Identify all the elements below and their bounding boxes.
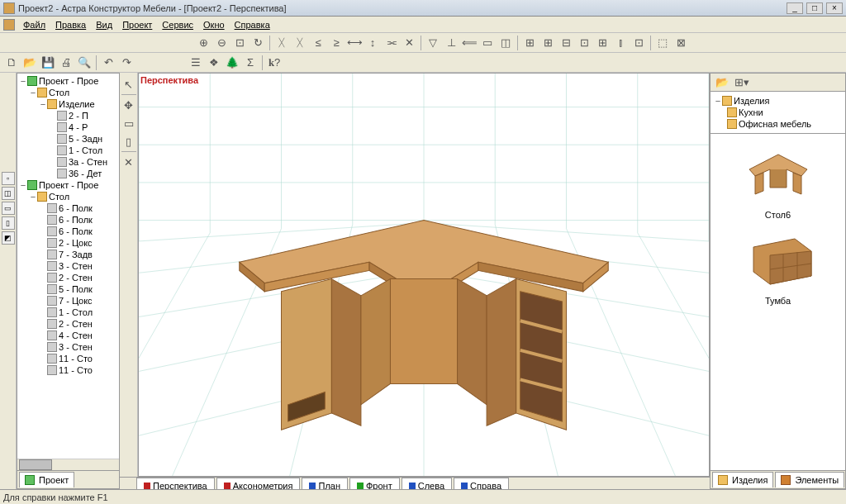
door-icon[interactable]: ▭	[479, 35, 496, 51]
tree-node[interactable]: −Изделие	[19, 98, 117, 110]
zoom-fit-icon[interactable]: ⊡	[231, 35, 248, 51]
tool-3[interactable]: ▭	[2, 202, 15, 215]
lib-view-icon[interactable]: ⊞▾	[734, 74, 750, 91]
grid1-icon[interactable]: ⊞	[521, 35, 538, 51]
grid4-icon[interactable]: ⊡	[576, 35, 592, 51]
tab-right[interactable]: Справа	[454, 478, 509, 489]
help-icon[interactable]: 𝐤?	[266, 55, 283, 71]
menu-file[interactable]: Файл	[18, 18, 50, 31]
lib-item[interactable]: Кухни	[714, 107, 842, 118]
tab-products[interactable]: Изделия	[712, 472, 773, 487]
tool-1[interactable]: ▫	[2, 172, 15, 185]
prop-icon[interactable]: ☰	[188, 55, 204, 71]
rect-icon[interactable]: ▭	[121, 115, 137, 131]
tab-project[interactable]: Проект	[19, 472, 74, 487]
tab-left[interactable]: Слева	[402, 478, 452, 489]
tree-node[interactable]: 2 - П	[19, 110, 117, 121]
tree-node[interactable]: −Проект - Прое	[19, 75, 117, 87]
tree-node[interactable]: 1 - Стол	[19, 145, 117, 156]
tree-node[interactable]: 1 - Стол	[19, 307, 117, 318]
tree-node[interactable]: 7 - Цокс	[19, 295, 117, 307]
panel-icon[interactable]: ▽	[425, 35, 441, 51]
layer-icon[interactable]: ❖	[206, 55, 222, 71]
hdim-icon[interactable]: ⟷	[346, 35, 363, 51]
tree-node[interactable]: 4 - Р	[19, 121, 117, 133]
align-icon[interactable]: ⊥	[443, 35, 459, 51]
grid2-icon[interactable]: ⊞	[539, 35, 556, 51]
tab-elements[interactable]: Элементы	[775, 472, 844, 487]
tree-node[interactable]: 5 - Полк	[19, 283, 117, 295]
tree-node[interactable]: 4 - Стен	[19, 330, 117, 341]
flip-icon[interactable]: ⟸	[461, 35, 478, 51]
tree-node[interactable]: 11 - Сто	[19, 353, 117, 364]
menu-help[interactable]: Справка	[230, 18, 275, 31]
tree-node[interactable]: −Проект - Прое	[19, 179, 117, 191]
undo-icon[interactable]: ↶	[100, 55, 116, 71]
menu-project[interactable]: Проект	[117, 18, 157, 31]
print-icon[interactable]: 🖨	[58, 55, 74, 71]
tree-icon[interactable]: 🌲	[224, 55, 240, 71]
gallery-item[interactable]: Стол6	[720, 140, 836, 220]
glass-icon[interactable]: ◫	[497, 35, 514, 51]
tree-node[interactable]: 2 - Стен	[19, 272, 117, 283]
pan-icon[interactable]: ✥	[121, 97, 137, 113]
tool-4[interactable]: ▯	[2, 216, 15, 230]
vdim-icon[interactable]: ↕	[364, 35, 381, 51]
scrollbar[interactable]	[17, 459, 119, 470]
tree-node[interactable]: 36 - Дет	[19, 168, 117, 179]
grid6-icon[interactable]: ⫿	[612, 35, 629, 51]
menu-view[interactable]: Вид	[91, 18, 117, 31]
save-icon[interactable]: 💾	[40, 55, 56, 71]
redo-icon[interactable]: ↷	[118, 55, 135, 71]
lib-root[interactable]: −Изделия	[714, 95, 842, 107]
viewport-3d[interactable]: Перспектива	[138, 73, 710, 477]
new-icon[interactable]: 🗋	[3, 55, 20, 71]
dim2-icon[interactable]: ᚷ	[292, 35, 308, 51]
tree-node[interactable]: 6 - Полк	[19, 226, 117, 237]
menu-service[interactable]: Сервис	[157, 18, 198, 31]
dim-icon[interactable]: ᚷ	[273, 35, 290, 51]
zoom-in-icon[interactable]: ⊕	[195, 35, 212, 51]
deselect-icon[interactable]: ⊠	[673, 35, 689, 51]
chain-icon[interactable]: ⫘	[383, 35, 399, 51]
tab-axonometry[interactable]: Аксонометрия	[216, 478, 301, 489]
tree-node[interactable]: −Стол	[19, 191, 117, 202]
measure-icon[interactable]: ≤	[310, 35, 326, 51]
tree-node[interactable]: 11 - Сто	[19, 364, 117, 376]
gallery-item[interactable]: Тумба	[720, 226, 836, 306]
tree-node[interactable]: 6 - Полк	[19, 202, 117, 214]
cursor-icon[interactable]: ↖	[121, 76, 137, 93]
tree-node[interactable]: 5 - Задн	[19, 133, 117, 145]
grid5-icon[interactable]: ⊞	[594, 35, 611, 51]
tab-plan[interactable]: План	[302, 478, 348, 489]
zoom-out-icon[interactable]: ⊖	[213, 35, 230, 51]
preview-icon[interactable]: 🔍	[76, 55, 93, 71]
tree-node[interactable]: 3а - Стен	[19, 156, 117, 168]
tool-2[interactable]: ◫	[2, 187, 15, 200]
break-icon[interactable]: ✕	[401, 35, 417, 51]
tab-perspective[interactable]: Перспектива	[136, 478, 215, 489]
close-button[interactable]: ×	[826, 2, 843, 14]
minimize-button[interactable]: _	[787, 2, 803, 14]
measure2-icon[interactable]: ≥	[328, 35, 345, 51]
refresh-icon[interactable]: ↻	[250, 35, 266, 51]
tree-node[interactable]: 2 - Цокс	[19, 237, 117, 249]
del-icon[interactable]: ✕	[121, 154, 137, 170]
sum-icon[interactable]: Σ	[242, 55, 259, 71]
tree-node[interactable]: 3 - Стен	[19, 341, 117, 353]
tree-node[interactable]: 2 - Стен	[19, 318, 117, 330]
open-icon[interactable]: 📂	[21, 55, 38, 71]
select-icon[interactable]: ⬚	[654, 35, 671, 51]
grid3-icon[interactable]: ⊟	[558, 35, 574, 51]
lib-open-icon[interactable]: 📂	[714, 74, 730, 91]
tree-node[interactable]: −Стол	[19, 87, 117, 98]
menu-window[interactable]: Окно	[198, 18, 230, 31]
tree-node[interactable]: 7 - Задв	[19, 249, 117, 260]
lib-item[interactable]: Офисная мебель	[714, 118, 842, 130]
grid7-icon[interactable]: ⊡	[630, 35, 647, 51]
menu-edit[interactable]: Правка	[50, 18, 91, 31]
tree-node[interactable]: 6 - Полк	[19, 214, 117, 226]
tool-5[interactable]: ◩	[2, 231, 15, 245]
rect2-icon[interactable]: ▯	[121, 133, 137, 150]
tab-front[interactable]: Фронт	[349, 478, 400, 489]
